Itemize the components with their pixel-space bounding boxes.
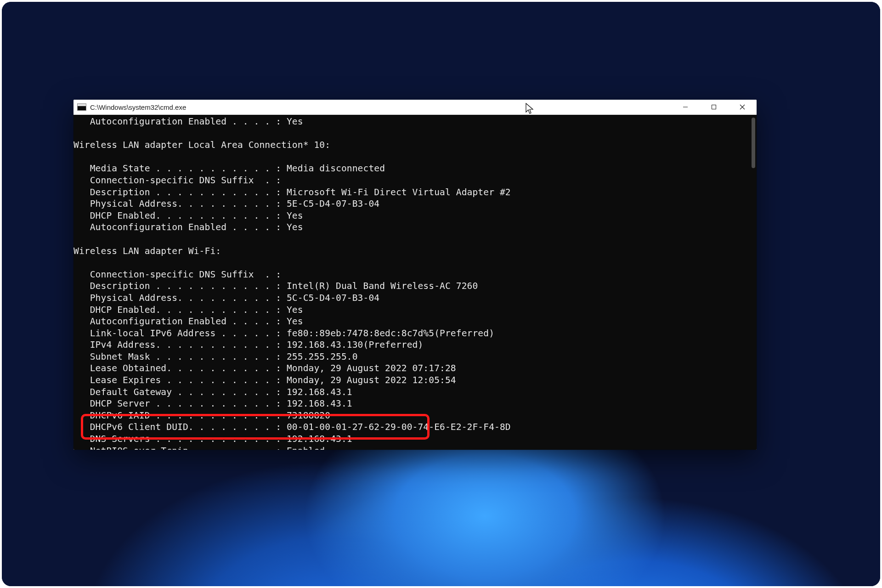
svg-rect-0 [683,107,688,107]
vertical-scrollbar[interactable] [749,115,757,450]
maximize-button[interactable] [700,100,728,114]
cmd-icon [77,103,86,111]
terminal-output: Autoconfiguration Enabled . . . . : Yes … [74,115,757,450]
terminal-client-area[interactable]: Autoconfiguration Enabled . . . . : Yes … [74,115,757,450]
svg-rect-1 [712,105,716,109]
window-controls [671,100,757,114]
desktop-frame: C:\Windows\system32\cmd.exe Autoconfigur… [2,2,880,586]
screenshot-canvas: C:\Windows\system32\cmd.exe Autoconfigur… [0,0,882,588]
window-title: C:\Windows\system32\cmd.exe [90,103,186,111]
scrollbar-thumb[interactable] [752,118,755,168]
close-button[interactable] [728,100,757,114]
minimize-button[interactable] [671,100,700,114]
window-titlebar[interactable]: C:\Windows\system32\cmd.exe [74,100,757,115]
cmd-window: C:\Windows\system32\cmd.exe Autoconfigur… [74,100,757,450]
